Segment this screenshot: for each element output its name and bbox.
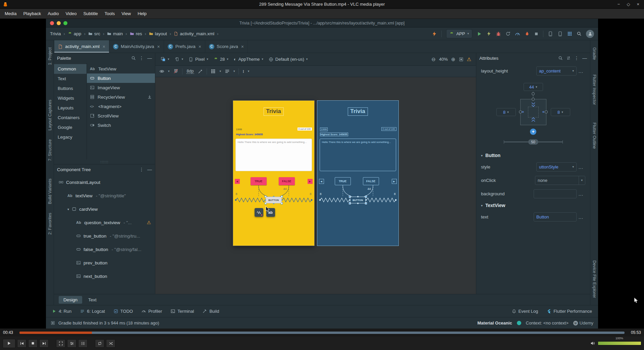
menu-item-help[interactable]: Help	[134, 9, 150, 18]
theme-name[interactable]: Material Oceanic	[477, 320, 512, 326]
api-level-select[interactable]: 28▾	[211, 55, 231, 64]
tree-item-true-button[interactable]: true_button - "@string/tru...	[54, 229, 155, 243]
zoom-fit-button[interactable]	[459, 57, 464, 62]
tree-item-constraintlayout[interactable]: ConstraintLayout	[54, 176, 155, 189]
text-more-button[interactable]: …	[577, 214, 585, 220]
tool-button-project[interactable]: 1: Project	[48, 47, 52, 65]
window-maximize-icon[interactable]: ◇	[627, 2, 630, 7]
palette-resize-grip[interactable]: ::::::	[54, 159, 155, 164]
minimize-panel-icon[interactable]: —	[147, 56, 152, 60]
kebab-menu-icon[interactable]: ⋮	[139, 56, 144, 60]
palette-item-imageview[interactable]: ImageView	[87, 83, 155, 92]
preview-next-button[interactable]: ▶	[308, 179, 313, 184]
grid-icon[interactable]	[567, 31, 572, 36]
tree-item-prev-button[interactable]: prev_button	[54, 256, 155, 269]
palette-category-widgets[interactable]: Widgets	[54, 93, 87, 103]
close-tab-icon[interactable]: ×	[199, 44, 201, 49]
add-constraint-button[interactable]: +	[530, 129, 536, 135]
search-icon[interactable]	[558, 56, 563, 60]
avatar[interactable]	[586, 30, 594, 38]
tab-activity-main-xml[interactable]: activity_main.xml ×	[54, 40, 109, 53]
delete-constraints-button[interactable]: ×	[255, 208, 263, 217]
kebab-menu-icon[interactable]: ⋮	[574, 56, 579, 60]
minimize-panel-icon[interactable]: —	[147, 167, 152, 172]
right-margin-dropdown[interactable]: 8▾	[551, 108, 570, 116]
palette-category-buttons[interactable]: Buttons	[54, 84, 87, 93]
orientation-select[interactable]: ▾	[172, 55, 186, 64]
align-icon[interactable]	[225, 69, 230, 74]
preview-false-button[interactable]: FALSE	[363, 177, 379, 185]
stop-button[interactable]	[534, 32, 539, 36]
zoom-in-button[interactable]: ⊕	[451, 56, 455, 62]
toolwindow-terminal[interactable]: Terminal	[171, 309, 194, 314]
minimize-panel-icon[interactable]: —	[582, 56, 587, 60]
top-anchor[interactable]	[532, 98, 535, 101]
palette-category-common[interactable]: Common	[54, 64, 87, 74]
menu-item-view[interactable]: View	[118, 9, 134, 18]
seek-slider[interactable]	[19, 332, 625, 334]
vlc-titlebar[interactable]: 289 Sending Message Via Share Button.mp4…	[0, 0, 644, 9]
palette-item-fragment[interactable]: <><fragment>	[87, 102, 155, 111]
fullscreen-button[interactable]	[56, 339, 65, 348]
toolwindow-profiler[interactable]: Profiler	[142, 309, 162, 314]
layout-inspector-icon[interactable]	[557, 31, 563, 37]
menu-item-tools[interactable]: Tools	[101, 9, 118, 18]
swap-view-icon[interactable]	[566, 56, 571, 60]
profiler-button[interactable]	[515, 31, 520, 37]
tool-button-favorites[interactable]: 2: Favorites	[48, 213, 52, 235]
random-button[interactable]	[106, 339, 115, 348]
play-button[interactable]	[3, 339, 15, 348]
menu-item-subtitle[interactable]: Subtitle	[80, 9, 101, 18]
tree-item-question-textview[interactable]: Ab question_textview - "... ⚠	[54, 216, 155, 229]
style-more-button[interactable]: …	[577, 164, 585, 170]
theme-select[interactable]: ◐AppTheme▾	[231, 55, 266, 64]
breadcrumb-file[interactable]: activity_main.xml	[174, 31, 214, 36]
breadcrumb-res[interactable]: res	[130, 31, 142, 36]
preview-prev-button[interactable]: ◀	[319, 179, 324, 184]
background-more-button[interactable]: …	[577, 191, 585, 197]
palette-category-containers[interactable]: Containers	[54, 113, 87, 122]
guideline-icon[interactable]: I	[243, 69, 244, 74]
horizontal-bias-slider[interactable]: 50	[504, 139, 563, 145]
preview-selected-button[interactable]: BUTTON	[350, 197, 366, 203]
button-section-header[interactable]: ▾ Button	[481, 153, 585, 158]
tab-score-java[interactable]: C Score.java ×	[205, 40, 248, 53]
surface-mode-select[interactable]: ▾	[158, 55, 172, 64]
extended-settings-button[interactable]	[67, 339, 76, 348]
window-minimize-icon[interactable]: −	[618, 2, 620, 7]
breadcrumb-main[interactable]: main	[107, 31, 123, 36]
left-anchor[interactable]	[519, 110, 522, 113]
menu-item-playback[interactable]: Playback	[20, 9, 44, 18]
tree-item-next-button[interactable]: next_button	[54, 269, 155, 283]
bias-value-badge[interactable]: 50	[528, 139, 538, 145]
background-field[interactable]	[534, 189, 577, 198]
palette-item-scrollview[interactable]: ScrollView	[87, 111, 155, 120]
palette-item-switch[interactable]: Switch	[87, 120, 155, 130]
right-anchor[interactable]	[545, 110, 548, 113]
tool-button-device-file-explorer[interactable]: Device File Explorer	[592, 260, 597, 298]
dropdown-button[interactable]: ▾	[579, 176, 583, 185]
text-field[interactable]: Button	[534, 212, 577, 221]
run-configuration-select[interactable]: APP ▾	[446, 29, 472, 38]
toolwindow-logcat[interactable]: 6: Logcat	[80, 309, 105, 314]
tab-prefs-java[interactable]: C Prefs.java ×	[164, 40, 205, 53]
preview-selected-button[interactable]: BUTTON	[266, 197, 282, 203]
toolwindow-todo[interactable]: TODO	[114, 309, 133, 314]
left-margin-dropdown[interactable]: 8▾	[496, 108, 516, 116]
breadcrumb-project[interactable]: Trivia	[50, 31, 61, 36]
textview-section-header[interactable]: ▾ TextView	[481, 203, 585, 208]
stop-playback-button[interactable]	[28, 339, 38, 348]
default-margin-button[interactable]: 8dp	[186, 69, 195, 74]
tab-mainactivity-java[interactable]: C MainActivity.java ×	[109, 40, 164, 53]
next-media-button[interactable]	[39, 339, 49, 348]
toolwindow-toggle-icon[interactable]	[51, 321, 55, 325]
loop-button[interactable]	[95, 339, 104, 348]
autoconnect-magnet-icon[interactable]	[173, 69, 178, 74]
design-preview-phone[interactable]: Trivia 1999 0 out of 100 Highest Score: …	[233, 101, 314, 246]
window-close-icon[interactable]: ×	[637, 2, 639, 7]
previous-media-button[interactable]	[17, 339, 26, 348]
preview-prev-button[interactable]: ◀	[235, 179, 240, 184]
palette-item-textview[interactable]: AbTextView	[87, 64, 155, 73]
close-tab-icon[interactable]: ×	[103, 44, 105, 49]
palette-category-text[interactable]: Text	[54, 74, 87, 84]
